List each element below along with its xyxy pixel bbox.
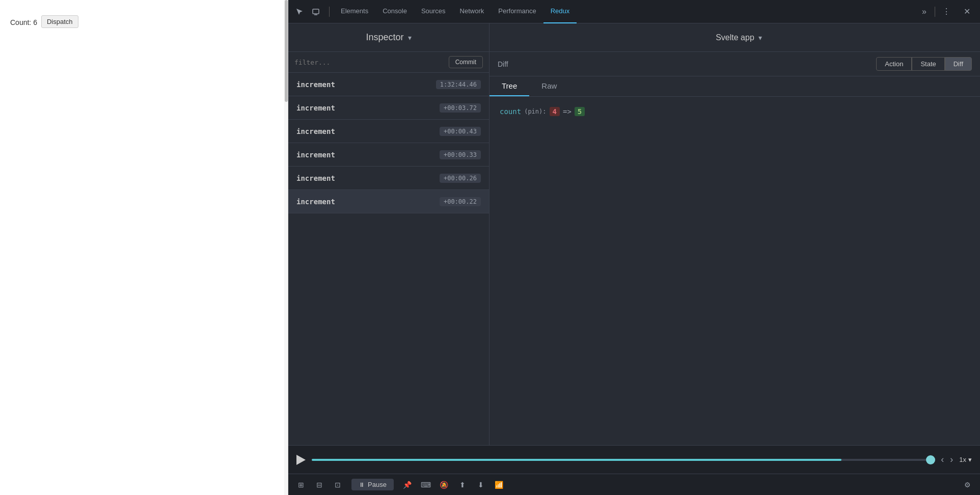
raw-tab[interactable]: Raw	[529, 76, 569, 96]
inspector-title-area: Inspector	[288, 23, 489, 51]
filter-bar: Commit	[288, 52, 489, 73]
pause-label: Pause	[368, 481, 387, 488]
close-devtools-icon[interactable]: ✕	[960, 5, 974, 19]
redux-body: Commit increment 1:32:44.46 increment +0…	[288, 52, 980, 445]
settings-icon: ⚙	[964, 481, 971, 489]
keyboard-button[interactable]: ⌨	[417, 477, 434, 492]
diff-pin: (pin):	[524, 108, 546, 115]
progress-track[interactable]	[312, 459, 935, 461]
devtools-actions: ⋮ ✕	[939, 5, 976, 19]
signal-button[interactable]: 📶	[491, 477, 508, 492]
pin-button[interactable]: 📌	[399, 477, 416, 492]
action-list-panel: Commit increment 1:32:44.46 increment +0…	[288, 52, 489, 445]
tab-divider-1	[329, 7, 330, 17]
pause-icon: ⏸	[359, 481, 365, 488]
download-button[interactable]: ⬇	[472, 477, 489, 492]
grid-icon: ⊞	[298, 481, 304, 489]
tree-tab[interactable]: Tree	[489, 76, 529, 96]
toggle-grid-button[interactable]: ⊞	[292, 477, 310, 492]
diff-tab-btn[interactable]: Diff	[945, 57, 972, 71]
device-icon[interactable]	[309, 5, 323, 19]
bottom-toolbar: ⊞ ⊟ ⊡ ⏸ Pause 📌 ⌨ 🔕 ⬆	[288, 474, 980, 495]
scroll-thumb[interactable]	[285, 0, 288, 102]
speed-chevron-icon	[968, 456, 972, 463]
action-tab-btn[interactable]: Action	[876, 57, 912, 71]
toggle-table-button[interactable]: ⊡	[329, 477, 346, 492]
redux-panel: Inspector Svelte app Commit incre	[288, 23, 980, 495]
devtools-tab-bar: Elements Console Sources Network Perform…	[288, 0, 980, 23]
action-item-2[interactable]: increment +00:00.43	[288, 120, 489, 143]
scroll-bar[interactable]	[284, 0, 288, 495]
upload-icon: ⬆	[459, 481, 466, 489]
table-icon: ⊡	[335, 481, 341, 489]
diff-view-panel: Diff Action State Diff Tree Raw count (p…	[489, 52, 980, 445]
diff-label: Diff	[498, 60, 876, 68]
keyboard-icon: ⌨	[421, 481, 431, 489]
inspector-label: Inspector	[366, 32, 403, 43]
upload-button[interactable]: ⬆	[454, 477, 471, 492]
bell-off-icon: 🔕	[440, 481, 448, 489]
count-display: Count: 6	[10, 15, 37, 30]
more-options-icon[interactable]: ⋮	[939, 5, 954, 19]
tab-console[interactable]: Console	[375, 0, 414, 23]
prev-action-button[interactable]: ‹	[941, 454, 944, 465]
tab-network[interactable]: Network	[453, 0, 492, 23]
inspector-dropdown-icon[interactable]	[408, 34, 412, 42]
settings-button[interactable]: ⚙	[959, 477, 976, 492]
diff-key-count: count	[500, 107, 521, 116]
svelte-app-label: Svelte app	[716, 33, 754, 42]
tab-divider-2	[935, 7, 935, 17]
next-action-button[interactable]: ›	[950, 454, 953, 465]
dispatch-button[interactable]: Dispatch	[41, 15, 78, 28]
cursor-icon[interactable]	[292, 5, 307, 19]
app-area: Count: 6 Dispatch	[0, 0, 286, 495]
tab-performance[interactable]: Performance	[491, 0, 543, 23]
playback-bar: ‹ › 1x	[288, 445, 980, 474]
signal-icon: 📶	[495, 481, 503, 489]
commit-button[interactable]: Commit	[449, 56, 483, 68]
more-tabs-button[interactable]: »	[918, 0, 931, 23]
diff-header: Diff Action State Diff	[489, 52, 980, 76]
svelte-app-title-area: Svelte app	[489, 33, 980, 42]
progress-thumb[interactable]	[926, 455, 935, 464]
diff-row-count: count (pin): 4 => 5	[500, 107, 970, 116]
notifications-button[interactable]: 🔕	[435, 477, 453, 492]
diff-old-value: 4	[550, 107, 560, 116]
svelte-app-dropdown-icon[interactable]	[758, 34, 762, 42]
play-triangle-icon	[296, 455, 306, 465]
devtools-panel: Elements Console Sources Network Perform…	[288, 0, 980, 495]
state-tab-btn[interactable]: State	[912, 57, 944, 71]
filter-input[interactable]	[294, 59, 445, 66]
pin-icon: 📌	[403, 481, 412, 489]
svg-rect-0	[313, 9, 319, 14]
redux-header: Inspector Svelte app	[288, 23, 980, 52]
download-icon: ⬇	[478, 481, 484, 489]
action-item-1[interactable]: increment +00:03.72	[288, 96, 489, 120]
tab-elements[interactable]: Elements	[334, 0, 375, 23]
diff-tree-content: count (pin): 4 => 5	[489, 97, 980, 445]
pause-button[interactable]: ⏸ Pause	[351, 479, 394, 490]
action-item-0[interactable]: increment 1:32:44.46	[288, 73, 489, 96]
tab-redux[interactable]: Redux	[543, 0, 577, 23]
action-item-5[interactable]: increment +00:00.22	[288, 190, 489, 213]
diff-arrow: =>	[563, 107, 571, 116]
speed-label: 1x	[959, 456, 966, 463]
action-item-4[interactable]: increment +00:00.26	[288, 167, 489, 190]
toggle-columns-button[interactable]: ⊟	[311, 477, 328, 492]
tab-sources[interactable]: Sources	[414, 0, 453, 23]
play-button[interactable]	[296, 455, 306, 465]
progress-fill	[312, 459, 841, 461]
action-items-list: increment 1:32:44.46 increment +00:03.72…	[288, 73, 489, 445]
action-item-3[interactable]: increment +00:00.33	[288, 143, 489, 167]
speed-selector[interactable]: 1x	[959, 456, 972, 463]
view-tabs: Tree Raw	[489, 76, 980, 97]
diff-new-value: 5	[575, 107, 585, 116]
columns-icon: ⊟	[316, 481, 322, 489]
